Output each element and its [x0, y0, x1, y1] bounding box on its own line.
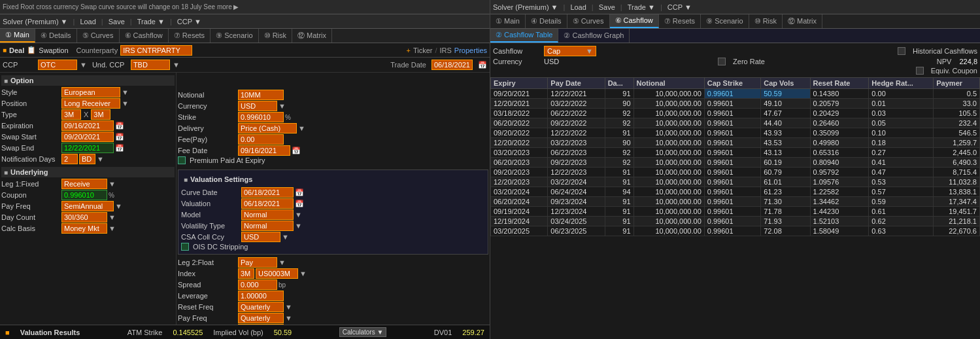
- style-dropdown[interactable]: ▼: [122, 88, 129, 96]
- swap-end-cal[interactable]: 📅: [115, 144, 124, 152]
- trade-date-cal[interactable]: 📅: [478, 61, 487, 69]
- leg2-dropdown[interactable]: ▼: [279, 259, 286, 266]
- premium-checkbox[interactable]: [178, 156, 186, 164]
- swap-end-value[interactable]: 12/22/2021: [61, 143, 114, 153]
- table-row[interactable]: 03/18/2022 06/22/2022 92 10,000,000.00 0…: [491, 109, 980, 118]
- underlying-section-header[interactable]: ■ Underlying: [1, 167, 175, 177]
- fee-pay-value[interactable]: 0.00: [238, 134, 284, 145]
- vol-type-value[interactable]: Normal: [241, 221, 294, 231]
- curve-date-cal[interactable]: 📅: [295, 188, 304, 197]
- col-pay-date[interactable]: Pay Date: [548, 78, 605, 89]
- equiv-coupon-checkbox[interactable]: [916, 67, 924, 75]
- notification-value[interactable]: 2: [61, 154, 78, 164]
- type-v2[interactable]: 3M: [91, 109, 110, 120]
- position-value[interactable]: Long Receiver: [61, 98, 120, 109]
- table-row[interactable]: 09/19/2024 12/23/2024 91 10,000,000.00 0…: [491, 207, 980, 217]
- rtab-details[interactable]: ④ Details: [526, 14, 567, 28]
- r-save-button[interactable]: Save: [599, 3, 615, 11]
- underlying-toggle[interactable]: ■: [4, 169, 8, 176]
- table-row[interactable]: 03/20/2025 06/23/2025 91 10,000,000.00 0…: [491, 226, 980, 236]
- subtab-table[interactable]: ② Cashflow Table: [490, 29, 558, 43]
- tab-details[interactable]: ④ Details: [35, 29, 77, 43]
- col-hedge-rat[interactable]: Hedge Rat...: [869, 78, 934, 89]
- valuation-value[interactable]: 06/18/2021: [241, 198, 294, 209]
- table-row[interactable]: 12/20/2022 03/22/2023 90 10,000,000.00 0…: [491, 138, 980, 148]
- tab-main[interactable]: ① Main: [0, 29, 35, 43]
- deal-toggle[interactable]: ■: [3, 46, 7, 54]
- und-ccp-dropdown[interactable]: ▼: [173, 61, 180, 69]
- zero-rate-checkbox[interactable]: [718, 58, 726, 65]
- r-trade-button[interactable]: Trade ▼: [628, 3, 655, 11]
- tab-scenario[interactable]: ⑨ Scenario: [211, 29, 258, 43]
- rtab-scenario[interactable]: ⑨ Scenario: [701, 14, 749, 28]
- valuation-cal[interactable]: 📅: [295, 200, 304, 208]
- col-da[interactable]: Da...: [605, 78, 634, 89]
- calc-basis-dropdown[interactable]: ▼: [109, 224, 116, 232]
- index-v2[interactable]: US0003M: [256, 268, 298, 279]
- coupon-value[interactable]: 0.996010: [61, 190, 107, 200]
- strike-value[interactable]: 0.996010: [238, 112, 284, 122]
- table-row[interactable]: 06/20/2024 09/23/2024 91 10,000,000.00 0…: [491, 197, 980, 207]
- rtab-cashflow[interactable]: ⑥ Cashflow: [610, 14, 659, 28]
- historical-checkbox[interactable]: [898, 47, 905, 55]
- tab-risk[interactable]: ⑩ Risk: [259, 29, 292, 43]
- ccp-value[interactable]: OTC: [38, 60, 77, 70]
- pay-freq2-dropdown[interactable]: ▼: [285, 314, 292, 322]
- position-dropdown[interactable]: ▼: [122, 99, 129, 107]
- leverage-value[interactable]: 1.00000: [238, 291, 284, 301]
- calc-basis-value[interactable]: Money Mkt: [61, 223, 107, 234]
- style-value[interactable]: European: [61, 87, 120, 98]
- valuation-toggle[interactable]: ■: [184, 176, 188, 183]
- rtab-risk[interactable]: ⑩ Risk: [749, 14, 783, 28]
- vol-type-dropdown[interactable]: ▼: [295, 222, 302, 230]
- right-main-toolbar[interactable]: Solver (Premium) ▼ | Load | Save | Trade…: [490, 0, 980, 14]
- tab-resets[interactable]: ⑦ Resets: [169, 29, 211, 43]
- ccp-dropdown[interactable]: ▼: [80, 61, 87, 69]
- table-row[interactable]: 09/20/2021 12/22/2021 91 10,000,000.00 0…: [491, 89, 980, 99]
- subtab-graph[interactable]: ② Cashflow Graph: [558, 29, 630, 43]
- csa-coll-dropdown[interactable]: ▼: [282, 233, 289, 241]
- cashflow-select[interactable]: Cap ▼: [544, 46, 596, 56]
- col-cap-vols[interactable]: Cap Vols: [761, 78, 810, 89]
- table-row[interactable]: 12/20/2023 03/22/2024 91 10,000,000.00 0…: [491, 177, 980, 187]
- table-row[interactable]: 09/20/2023 12/22/2023 91 10,000,000.00 0…: [491, 168, 980, 177]
- trade-button[interactable]: Trade ▼: [137, 18, 165, 26]
- tab-matrix[interactable]: ⑫ Matrix: [292, 29, 332, 43]
- table-row[interactable]: 12/20/2021 03/22/2022 90 10,000,000.00 0…: [491, 99, 980, 109]
- leg2-value[interactable]: Pay: [238, 257, 277, 268]
- reset-freq-value[interactable]: Quarterly: [238, 302, 284, 312]
- table-row[interactable]: 06/20/2023 09/22/2023 92 10,000,000.00 0…: [491, 158, 980, 168]
- index-dropdown[interactable]: ▼: [299, 270, 307, 277]
- save-button[interactable]: Save: [109, 18, 125, 26]
- valuation-section-header[interactable]: ■ Valuation Settings: [181, 174, 485, 185]
- col-notional[interactable]: Notional: [634, 78, 704, 89]
- day-count-dropdown[interactable]: ▼: [109, 213, 116, 221]
- type-v1[interactable]: 3M: [61, 109, 81, 120]
- rtab-main[interactable]: ① Main: [490, 14, 526, 28]
- tab-cashflow[interactable]: ⑥ Cashflow: [120, 29, 169, 43]
- table-row[interactable]: 06/20/2022 09/22/2022 92 10,000,000.00 0…: [491, 118, 980, 128]
- currency-value[interactable]: USD: [238, 101, 277, 111]
- pay-freq2-value[interactable]: Quarterly: [238, 313, 284, 323]
- col-expiry[interactable]: Expiry: [491, 78, 548, 89]
- option-toggle[interactable]: ■: [4, 77, 8, 84]
- notification-dropdown[interactable]: ▼: [97, 155, 104, 163]
- csa-coll-value[interactable]: USD: [241, 232, 280, 242]
- trade-date-value[interactable]: 06/18/2021: [431, 60, 473, 70]
- r-load-button[interactable]: Load: [570, 3, 586, 11]
- table-row[interactable]: 03/20/2023 06/22/2023 92 10,000,000.00 0…: [491, 148, 980, 158]
- spread-value[interactable]: 0.000: [238, 279, 277, 290]
- index-v1[interactable]: 3M: [238, 268, 254, 279]
- expiration-cal[interactable]: 📅: [115, 122, 124, 130]
- calculators-button[interactable]: Calculators ▼: [339, 327, 387, 337]
- solver-button[interactable]: Solver (Premium) ▼: [3, 18, 68, 26]
- tab-curves[interactable]: ⑤ Curves: [77, 29, 120, 43]
- curve-date-value[interactable]: 06/18/2021: [241, 187, 294, 198]
- fee-date-value[interactable]: 09/16/2021: [238, 145, 290, 156]
- currency-dropdown[interactable]: ▼: [279, 102, 286, 110]
- cashflow-dropdown[interactable]: ▼: [586, 47, 593, 55]
- col-reset-rate[interactable]: Reset Rate: [810, 78, 869, 89]
- expiration-value[interactable]: 09/16/2021: [61, 120, 114, 131]
- delivery-value[interactable]: Price (Cash): [238, 123, 297, 134]
- leg1-dropdown[interactable]: ▼: [109, 180, 116, 188]
